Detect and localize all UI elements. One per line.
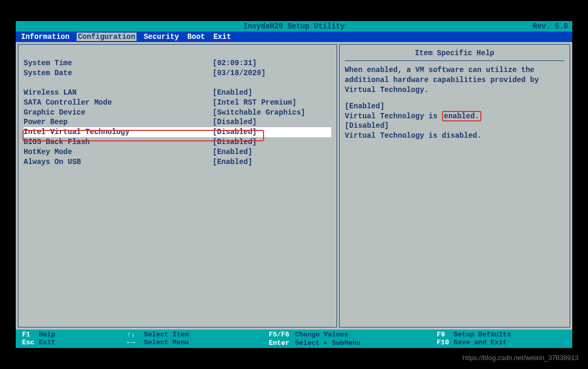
setting-value: [Switchable Graphics] — [213, 108, 331, 118]
setting-value: [Enabled] — [213, 147, 331, 157]
help-enabled-label: [Enabled] — [345, 101, 564, 111]
footer-key-f5f6: F5/F6 — [269, 331, 295, 339]
setting-value: [Disabled] — [213, 127, 331, 137]
setting-always-on-usb[interactable]: Always On USB [Enabled] — [24, 157, 331, 167]
bios-title: InsydeH20 Setup Utility — [243, 22, 344, 30]
setting-label: Intel Virtual Technology — [24, 127, 213, 137]
bios-revision: Rev. 5.0 — [533, 22, 568, 30]
help-disabled-text: Virtual Technology is disabled. — [345, 131, 564, 141]
setting-wireless-lan[interactable]: Wireless LAN [Enabled] — [24, 88, 331, 98]
help-title: Item Specific Help — [345, 49, 564, 61]
setting-system-date[interactable]: System Date [03/18/2020] — [24, 68, 331, 78]
setting-value: [Intel RST Premium] — [213, 98, 331, 108]
menu-information[interactable]: Information — [20, 33, 70, 41]
menu-configuration[interactable]: Configuration — [77, 33, 136, 41]
footer-key-esc: Esc — [22, 339, 39, 346]
menu-boot[interactable]: Boot — [186, 33, 206, 41]
menu-exit[interactable]: Exit — [212, 33, 232, 41]
setting-label: Graphic Device — [24, 108, 213, 118]
footer-label-change-values: Change Values — [295, 331, 348, 339]
footer-label-select-submenu: Select ▸ SubMenu — [295, 339, 361, 347]
footer-label-exit: Exit — [39, 339, 55, 346]
menu-bar: Information Configuration Security Boot … — [16, 32, 572, 42]
help-enabled-prefix: Virtual Technology is — [345, 112, 442, 120]
footer-label-save-exit: Save and Exit — [454, 339, 507, 346]
setting-bios-back-flash[interactable]: BIOS Back Flash [Disabled] — [24, 137, 331, 147]
setting-label: HotKey Mode — [24, 147, 213, 157]
setting-intel-vt[interactable]: Intel Virtual Technology [Disabled] — [24, 127, 331, 137]
help-panel: Item Specific Help When enabled, a VM so… — [339, 44, 570, 327]
watermark: https://blog.csdn.net/weixin_37838913 — [463, 354, 579, 362]
setting-graphic-device[interactable]: Graphic Device [Switchable Graphics] — [24, 108, 331, 118]
footer-label-help: Help — [39, 331, 55, 339]
setting-system-time[interactable]: System Time [02:09:31] — [24, 58, 331, 68]
settings-panel: System Time [02:09:31] System Date [03/1… — [18, 44, 337, 327]
setting-label: Power Beep — [24, 117, 213, 127]
setting-value: [Enabled] — [213, 88, 331, 98]
footer-label-select-item: Select Item — [144, 331, 189, 339]
menu-security[interactable]: Security — [143, 33, 180, 41]
setting-label: SATA Controller Mode — [24, 98, 213, 108]
setting-value: [Enabled] — [213, 157, 331, 167]
footer-key-leftright: ←→ — [127, 339, 144, 346]
setting-label: Wireless LAN — [24, 88, 213, 98]
setting-label: BIOS Back Flash — [24, 137, 213, 147]
setting-sata-controller[interactable]: SATA Controller Mode [Intel RST Premium] — [24, 98, 331, 108]
footer-bar: F1Help ↑↓Select Item F5/F6Change Values … — [16, 330, 572, 348]
footer-key-f10: F10 — [437, 339, 454, 346]
setting-value: [02:09:31] — [213, 58, 331, 68]
title-bar: InsydeH20 Setup Utility Rev. 5.0 — [16, 21, 572, 32]
footer-label-setup-defaults: Setup Defaults — [454, 331, 511, 339]
setting-label: System Time — [24, 58, 213, 68]
setting-label: System Date — [24, 68, 213, 78]
help-enabled-word: enabled. — [442, 111, 481, 121]
setting-hotkey-mode[interactable]: HotKey Mode [Enabled] — [24, 147, 331, 157]
setting-value: [03/18/2020] — [213, 68, 331, 78]
help-description: When enabled, a VM software can utilize … — [345, 65, 564, 95]
setting-value: [Disabled] — [213, 137, 331, 147]
footer-key-updown: ↑↓ — [127, 331, 144, 339]
footer-key-f9: F9 — [437, 331, 454, 339]
help-enabled-line: Virtual Technology is enabled. — [345, 111, 564, 121]
footer-key-enter: Enter — [269, 339, 295, 347]
help-disabled-label: [Disabled] — [345, 121, 564, 131]
footer-key-f1: F1 — [22, 331, 39, 339]
setting-value: [Disabled] — [213, 117, 331, 127]
setting-label: Always On USB — [24, 157, 213, 167]
setting-power-beep[interactable]: Power Beep [Disabled] — [24, 117, 331, 127]
footer-label-select-menu: Select Menu — [144, 339, 189, 346]
